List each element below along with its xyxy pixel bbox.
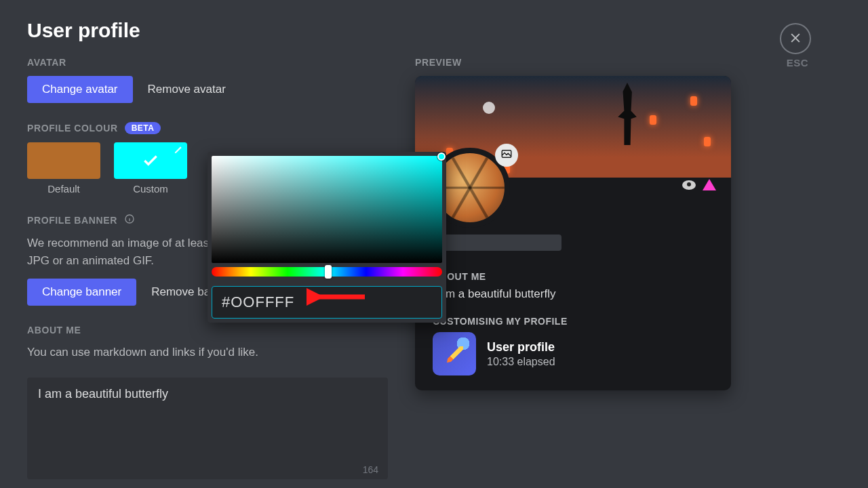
close-button[interactable] bbox=[780, 23, 811, 54]
colour-swatch-default[interactable] bbox=[27, 142, 100, 179]
close-icon bbox=[789, 31, 802, 47]
remove-avatar-button[interactable]: Remove avatar bbox=[148, 83, 226, 96]
saturation-value-area[interactable] bbox=[212, 156, 442, 263]
about-me-textarea[interactable] bbox=[27, 378, 388, 479]
preview-about-label: ABOUT ME bbox=[433, 271, 713, 282]
hue-thumb[interactable] bbox=[325, 265, 332, 279]
preview-card: ABOUT ME I am a beautiful butterfly CUST… bbox=[415, 76, 731, 390]
change-banner-button[interactable]: Change banner bbox=[27, 279, 136, 306]
change-avatar-button[interactable]: Change avatar bbox=[27, 76, 133, 103]
colour-custom-label: Custom bbox=[133, 183, 168, 195]
preview-activity-label: CUSTOMISING MY PROFILE bbox=[433, 316, 713, 327]
activity-elapsed: 10:33 elapsed bbox=[487, 356, 555, 368]
pencil-icon bbox=[174, 145, 183, 157]
preview-section-label: PREVIEW bbox=[415, 57, 741, 68]
hue-slider[interactable] bbox=[212, 267, 442, 277]
hypesquad-icon bbox=[682, 180, 696, 190]
nitro-icon bbox=[703, 179, 716, 190]
activity-icon bbox=[433, 332, 476, 375]
close-esc-label: ESC bbox=[787, 57, 808, 68]
about-help-text: You can use markdown and links if you'd … bbox=[27, 344, 388, 361]
activity-title: User profile bbox=[487, 340, 555, 354]
preview-badges bbox=[682, 179, 716, 190]
preview-username-placeholder bbox=[433, 235, 561, 251]
colour-default-label: Default bbox=[47, 183, 80, 195]
colour-picker-popup bbox=[208, 152, 446, 323]
preview-about-text: I am a beautiful butterfly bbox=[433, 287, 713, 301]
image-edit-icon bbox=[500, 148, 513, 163]
colour-swatch-custom[interactable] bbox=[114, 142, 187, 179]
info-icon bbox=[124, 214, 135, 226]
page-title: User profile bbox=[27, 19, 841, 42]
sv-cursor[interactable] bbox=[437, 152, 446, 161]
beta-badge: BETA bbox=[125, 122, 161, 134]
profile-colour-label-text: PROFILE COLOUR bbox=[27, 123, 118, 134]
avatar-section-label: AVATAR bbox=[27, 57, 388, 68]
hex-input[interactable] bbox=[212, 286, 442, 319]
avatar-edit-button[interactable] bbox=[495, 144, 518, 167]
profile-banner-label-text: PROFILE BANNER bbox=[27, 215, 117, 226]
profile-colour-section-label: PROFILE COLOUR BETA bbox=[27, 122, 388, 134]
about-me-section-label: ABOUT ME bbox=[27, 325, 388, 336]
